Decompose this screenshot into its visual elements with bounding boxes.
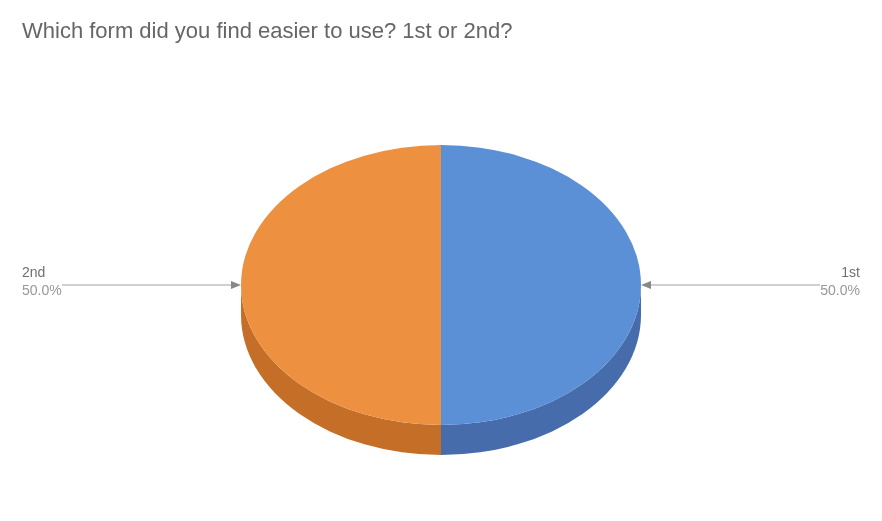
pie-chart-svg (0, 0, 882, 521)
leader-arrow-2nd (231, 281, 241, 289)
label-2nd: 2nd 50.0% (22, 264, 62, 299)
label-2nd-name: 2nd (22, 264, 62, 282)
label-1st-percent: 50.0% (820, 282, 860, 300)
label-1st: 1st 50.0% (820, 264, 860, 299)
pie-chart-container: Which form did you find easier to use? 1… (0, 0, 882, 521)
label-1st-name: 1st (820, 264, 860, 282)
label-2nd-percent: 50.0% (22, 282, 62, 300)
pie-top (241, 145, 641, 425)
leader-arrow-1st (641, 281, 651, 289)
